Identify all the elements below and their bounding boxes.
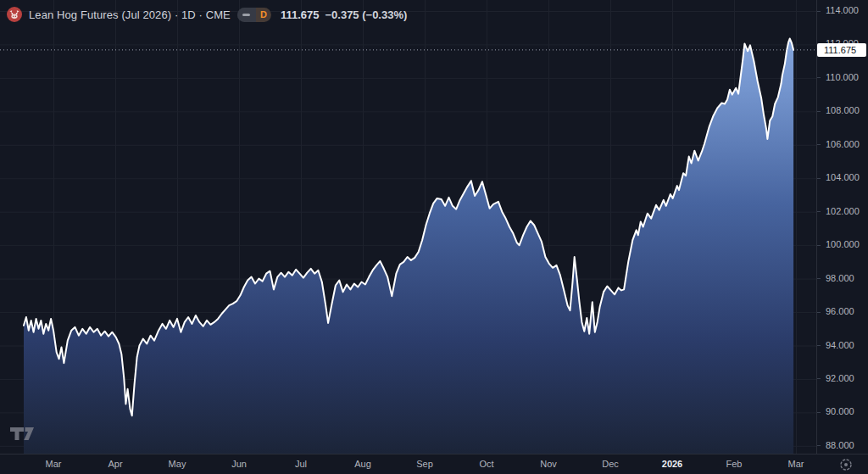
price-axis-tick bbox=[817, 111, 821, 112]
last-price: 111.675 bbox=[281, 8, 320, 21]
price-axis-label: 110.000 bbox=[826, 72, 859, 82]
price-axis-label: 106.000 bbox=[826, 139, 860, 149]
price-axis-label: 102.000 bbox=[826, 206, 860, 216]
price-axis-tick bbox=[817, 345, 821, 346]
interval-badge[interactable]: D bbox=[237, 8, 271, 22]
last-price-label: 111.675 bbox=[817, 43, 866, 57]
price-axis-tick bbox=[817, 312, 821, 313]
time-axis-label: Mar bbox=[46, 459, 62, 469]
area-series bbox=[24, 39, 793, 454]
price-axis-label: 100.000 bbox=[826, 239, 860, 249]
price-axis-tick bbox=[817, 211, 821, 212]
time-axis-label: Nov bbox=[540, 459, 557, 469]
time-axis-label: Dec bbox=[602, 459, 619, 469]
time-axis-label: Mar bbox=[788, 459, 804, 469]
symbol-header: Lean Hog Futures (Jul 2026) · 1D · CME D… bbox=[7, 6, 407, 23]
time-axis-label: Sep bbox=[416, 459, 433, 469]
price-axis-tick bbox=[817, 445, 821, 446]
price-axis[interactable]: 114.000112.000110.000108.000106.000104.0… bbox=[816, 0, 868, 454]
price-axis-label: 108.000 bbox=[826, 105, 860, 115]
price-chart[interactable] bbox=[0, 0, 816, 454]
pig-icon[interactable] bbox=[7, 7, 22, 22]
time-axis-label: Aug bbox=[354, 459, 371, 469]
price-axis-label: 94.000 bbox=[826, 340, 854, 350]
time-axis-label: Apr bbox=[108, 459, 122, 469]
price-axis-tick bbox=[817, 412, 821, 413]
time-axis-label: Feb bbox=[726, 459, 743, 469]
price-change: −0.375 (−0.33%) bbox=[325, 8, 407, 21]
symbol-title[interactable]: Lean Hog Futures (Jul 2026) · 1D · CME bbox=[29, 8, 231, 21]
price-axis-tick bbox=[817, 178, 821, 179]
time-axis-label: Jun bbox=[231, 459, 247, 469]
price-axis-tick bbox=[817, 245, 821, 246]
time-axis-label: Jul bbox=[295, 459, 307, 469]
price-axis-label: 104.000 bbox=[826, 172, 860, 182]
price-axis-tick bbox=[817, 77, 821, 78]
time-axis-label: Oct bbox=[479, 459, 493, 469]
price-axis-tick bbox=[817, 144, 821, 145]
price-axis-label: 90.000 bbox=[826, 406, 854, 416]
price-axis-tick bbox=[817, 378, 821, 379]
quote-values: 111.675 −0.375 (−0.33%) bbox=[281, 8, 407, 21]
settings-gear-icon[interactable] bbox=[837, 457, 854, 472]
minus-icon bbox=[237, 8, 256, 22]
price-axis-label: 92.000 bbox=[826, 373, 854, 383]
time-axis[interactable]: MarAprMayJunJulAugSepOctNovDec2026FebMar bbox=[0, 454, 868, 474]
interval-label: D bbox=[256, 8, 271, 22]
time-axis-label: May bbox=[169, 459, 186, 469]
time-axis-label: 2026 bbox=[662, 459, 682, 469]
chart-widget: 114.000112.000110.000108.000106.000104.0… bbox=[0, 0, 868, 474]
price-axis-label: 88.000 bbox=[826, 440, 854, 450]
price-axis-label: 96.000 bbox=[826, 306, 854, 316]
price-axis-tick bbox=[817, 11, 821, 12]
price-axis-label: 98.000 bbox=[826, 273, 854, 283]
price-axis-tick bbox=[817, 278, 821, 279]
price-axis-label: 114.000 bbox=[826, 5, 859, 15]
tradingview-logo[interactable] bbox=[9, 427, 35, 441]
